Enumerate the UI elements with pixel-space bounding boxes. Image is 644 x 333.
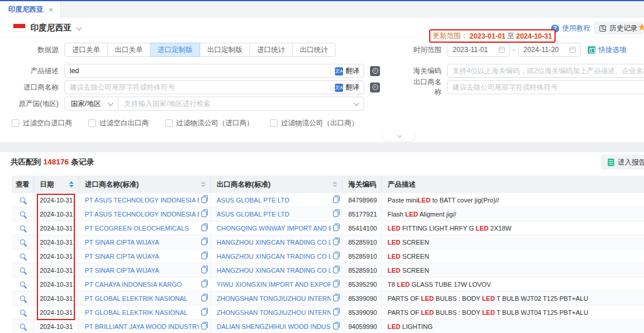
exporter-link[interactable]: ZHONGSHAN TONGJIUZHOU INTERNA...	[217, 309, 331, 316]
view-cell[interactable]	[12, 207, 34, 221]
importer-input[interactable]	[64, 80, 364, 94]
origin-select[interactable]: 国家/地区	[64, 97, 118, 111]
exporter-link[interactable]: YIWU XIONGXIN IMPORT AND EXPORT...	[217, 281, 331, 288]
copy-icon[interactable]	[333, 225, 338, 231]
view-cell[interactable]	[12, 235, 34, 249]
exporter-link[interactable]: HANGZHOU XINGCAN TRADING CO LTD	[217, 239, 331, 246]
exporter-link[interactable]: DALIAN SHENGZHIHUI WOOD INDUST...	[217, 323, 331, 330]
view-cell[interactable]	[12, 320, 34, 333]
importer-link[interactable]: PT ASUS TECHNOLOGY INDONESIA BA...	[85, 211, 199, 218]
history-button[interactable]: 历史记录	[594, 22, 643, 35]
view-cell[interactable]	[12, 277, 34, 291]
end-date-input[interactable]: 2024-11-20	[518, 43, 581, 57]
checkbox-filter-blank-importer[interactable]: 过滤空白进口商	[12, 118, 72, 128]
copy-icon[interactable]	[201, 323, 207, 329]
hs-code-cell: 85399090	[342, 291, 382, 305]
importer-link[interactable]: PT CAHAYA INDONESIA KARGO	[85, 281, 199, 288]
exporter-link[interactable]: ZHONGSHAN TONGJIUZHOU INTERNA...	[217, 295, 331, 302]
copy-icon[interactable]	[201, 211, 207, 217]
copy-icon[interactable]	[333, 211, 338, 217]
view-cell[interactable]	[12, 249, 34, 263]
quick-options-link[interactable]: 快捷选项	[588, 45, 626, 55]
tab-import-custom[interactable]: 进口定制版	[150, 43, 200, 57]
view-cell[interactable]	[12, 305, 34, 319]
tab-import-declaration[interactable]: 进口关单	[64, 43, 108, 57]
magnifier-icon[interactable]	[20, 225, 25, 231]
sort-icon[interactable]	[201, 181, 205, 187]
start-date-input[interactable]: 2023-11-01	[447, 43, 510, 57]
data-source-row: 数据源 进口关单 出口关单 进口定制版 出口定制版 进口统计 出口统计	[0, 43, 391, 57]
importer-link[interactable]: PT SINAR CIPTA WIJAYA	[85, 239, 199, 246]
magnifier-icon[interactable]	[20, 197, 25, 202]
copy-icon[interactable]	[333, 267, 338, 273]
importer-link[interactable]: PT ECOGREEN OLEOCHEMICALS	[85, 225, 199, 232]
exporter-link[interactable]: ASUS GLOBAL PTE LTD	[217, 197, 331, 204]
exclude-filter-button[interactable]: =	[370, 66, 380, 76]
exporter-link[interactable]: HANGZHOU XINGCAN TRADING CO LTD	[217, 253, 331, 260]
magnifier-icon[interactable]	[20, 324, 25, 329]
header-date[interactable]: 日期	[34, 176, 79, 193]
checkbox-filter-logistics-exporter[interactable]: 过滤物流公司（出口商）	[270, 118, 358, 128]
copy-icon[interactable]	[201, 197, 207, 203]
tab-bar: 印度尼西亚 ×	[0, 1, 644, 18]
checkbox-filter-blank-exporter[interactable]: 过滤空白出口商	[88, 118, 149, 128]
magnifier-icon[interactable]	[20, 253, 25, 259]
importer-link[interactable]: PT BRILLIANT JAYA WOOD INDUSTRY	[85, 323, 199, 330]
importer-link[interactable]: PT GLOBAL ELEKTRIK NASIONAL	[85, 309, 199, 316]
exclude-filter-button[interactable]: =	[370, 83, 380, 92]
magnifier-icon[interactable]	[20, 267, 25, 273]
exporter-link[interactable]: ASUS GLOBAL PTE LTD	[217, 211, 331, 218]
copy-icon[interactable]	[201, 267, 207, 273]
copy-icon[interactable]	[201, 253, 207, 259]
product-desc-input[interactable]	[64, 64, 364, 78]
importer-link[interactable]: PT ASUS TECHNOLOGY INDONESIA BA...	[85, 197, 199, 204]
copy-icon[interactable]	[201, 225, 207, 231]
translate-button[interactable]: 文A 翻译	[335, 83, 359, 92]
copy-icon[interactable]	[333, 239, 338, 245]
magnifier-icon[interactable]	[20, 310, 25, 315]
header-exporter[interactable]: 出口商名称(标准)	[211, 176, 342, 193]
view-cell[interactable]	[12, 263, 34, 277]
copy-icon[interactable]	[333, 309, 338, 315]
sort-icon[interactable]	[333, 181, 337, 187]
tab-export-stats[interactable]: 出口统计	[293, 43, 335, 57]
exporter-link[interactable]: CHONGQING WINWAY IMPORT AND E...	[217, 225, 331, 232]
tutorial-link[interactable]: ? 使用教程	[551, 23, 590, 33]
view-cell[interactable]	[12, 193, 34, 207]
importer-link[interactable]: PT SINAR CIPTA WIJAYA	[85, 267, 199, 274]
view-cell[interactable]	[12, 291, 34, 305]
importer-link[interactable]: PT SINAR CIPTA WIJAYA	[85, 253, 199, 260]
tab-export-custom[interactable]: 出口定制版	[200, 43, 250, 57]
magnifier-icon[interactable]	[20, 239, 25, 245]
country-selector[interactable]: 印度尼西亚	[30, 23, 80, 33]
sort-icon[interactable]	[69, 181, 74, 187]
checkbox-filter-logistics-importer[interactable]: 过滤物流公司（进口商）	[165, 118, 254, 128]
magnifier-icon[interactable]	[20, 211, 25, 217]
magnifier-icon[interactable]	[20, 296, 25, 301]
translate-button[interactable]: 文A 翻译	[335, 66, 359, 76]
copy-icon[interactable]	[333, 295, 338, 301]
origin-search-input[interactable]: 支持输入国家/地区进行检索	[118, 97, 364, 111]
collapse-filter-button[interactable]	[382, 133, 416, 142]
tab-indonesia[interactable]: 印度尼西亚 ×	[0, 1, 61, 18]
exporter-link[interactable]: HANGZHOU XINGCAN TRADING CO LTD	[217, 267, 331, 274]
copy-icon[interactable]	[201, 281, 207, 287]
copy-icon[interactable]	[201, 239, 207, 245]
tab-import-stats[interactable]: 进口统计	[250, 43, 293, 57]
tab-export-declaration[interactable]: 出口关单	[108, 43, 150, 57]
copy-icon[interactable]	[201, 309, 207, 315]
importer-link[interactable]: PT GLOBAL ELEKTRIK NASIONAL	[85, 295, 199, 302]
favorite-star-icon[interactable]: ★	[638, 21, 644, 33]
copy-icon[interactable]	[333, 253, 338, 259]
copy-icon[interactable]	[333, 323, 338, 329]
copy-icon[interactable]	[333, 197, 338, 203]
hs-code-input[interactable]	[447, 64, 644, 78]
view-cell[interactable]	[12, 221, 34, 235]
copy-icon[interactable]	[201, 295, 207, 301]
copy-icon[interactable]	[333, 281, 338, 287]
magnifier-icon[interactable]	[20, 281, 25, 287]
close-icon[interactable]: ×	[49, 6, 53, 13]
exporter-input[interactable]	[447, 80, 644, 94]
enter-report-button[interactable]: 进入报告	[601, 155, 644, 170]
header-importer[interactable]: 进口商名称(标准)	[79, 176, 211, 193]
